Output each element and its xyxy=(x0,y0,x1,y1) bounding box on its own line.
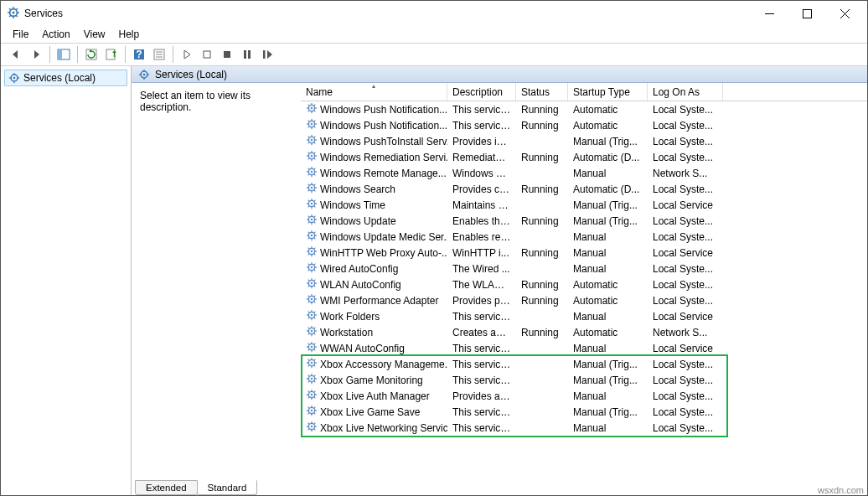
table-row[interactable]: WMI Performance AdapterProvides pe...Run… xyxy=(301,292,867,308)
svg-line-189 xyxy=(314,333,316,335)
tree-item-services-local[interactable]: Services (Local) xyxy=(4,70,127,86)
table-row[interactable]: Windows Remote Manage...Windows R...Manu… xyxy=(301,165,867,181)
services-icon xyxy=(8,7,19,21)
pause-service-button[interactable] xyxy=(237,45,257,64)
forward-button[interactable] xyxy=(26,45,46,64)
properties-button[interactable] xyxy=(149,45,169,64)
table-row[interactable]: Xbox Accessory Manageme...This service .… xyxy=(301,356,867,372)
table-row[interactable]: WorkstationCreates and...RunningAutomati… xyxy=(301,324,867,340)
table-row[interactable]: Xbox Live Networking ServiceThis service… xyxy=(301,420,867,436)
cell-name-text: Windows Time xyxy=(320,199,385,211)
svg-line-121 xyxy=(308,222,310,224)
svg-point-193 xyxy=(311,346,313,348)
service-gear-icon xyxy=(306,118,318,132)
column-header-status[interactable]: Status xyxy=(516,83,568,101)
table-row[interactable]: WinHTTP Web Proxy Auto-...WinHTTP i...Ru… xyxy=(301,245,867,261)
back-button[interactable] xyxy=(6,45,26,64)
column-header-startup-type[interactable]: Startup Type xyxy=(568,83,648,101)
cell-name: Windows Search xyxy=(301,182,447,196)
svg-line-108 xyxy=(308,200,310,202)
svg-line-78 xyxy=(308,152,310,154)
cell-logon: Local Syste... xyxy=(648,406,723,418)
titlebar: Services xyxy=(1,1,867,26)
cell-logon: Local Service xyxy=(648,311,723,323)
table-row[interactable]: Work FoldersThis service ...ManualLocal … xyxy=(301,308,867,324)
svg-line-218 xyxy=(308,375,310,377)
svg-line-169 xyxy=(314,302,316,303)
services-window: Services File Action View Help ? xyxy=(0,0,868,496)
svg-line-250 xyxy=(314,423,316,425)
maximize-button[interactable] xyxy=(788,2,826,25)
svg-line-48 xyxy=(308,105,310,106)
table-row[interactable]: Xbox Game MonitoringThis service ...Manu… xyxy=(301,372,867,388)
svg-line-171 xyxy=(308,302,310,303)
svg-line-170 xyxy=(314,296,316,297)
cell-description: Enables the ... xyxy=(447,215,516,227)
cell-startup: Automatic (D... xyxy=(568,152,648,163)
restart-service-button[interactable] xyxy=(257,45,277,64)
cell-startup: Automatic (D... xyxy=(568,183,648,195)
service-gear-icon xyxy=(306,150,318,164)
cell-name-text: Xbox Game Monitoring xyxy=(320,375,423,386)
svg-line-241 xyxy=(308,413,310,415)
table-row[interactable]: Windows Remediation Servi...Remediates .… xyxy=(301,149,867,165)
table-row[interactable]: Windows Update Medic Ser...Enables rem..… xyxy=(301,229,867,245)
menu-action[interactable]: Action xyxy=(35,27,76,42)
svg-line-210 xyxy=(314,359,316,361)
svg-line-198 xyxy=(308,344,310,345)
svg-line-80 xyxy=(314,152,316,154)
service-gear-icon xyxy=(306,309,318,323)
svg-point-243 xyxy=(311,426,313,427)
service-gear-icon xyxy=(306,102,318,116)
table-row[interactable]: Windows Push Notification...This service… xyxy=(301,117,867,133)
menubar: File Action View Help xyxy=(1,26,867,43)
table-row[interactable]: Xbox Live Game SaveThis service ...Manua… xyxy=(301,404,867,420)
tab-standard[interactable]: Standard xyxy=(197,480,258,495)
table-row[interactable]: Windows PushToInstall Serv...Provides in… xyxy=(301,133,867,149)
svg-line-141 xyxy=(308,254,310,256)
menu-file[interactable]: File xyxy=(6,27,35,42)
svg-line-51 xyxy=(308,111,310,112)
minimize-button[interactable] xyxy=(751,2,788,25)
svg-point-213 xyxy=(311,378,313,380)
show-hide-tree-button[interactable] xyxy=(54,45,74,64)
cell-name: Xbox Accessory Manageme... xyxy=(301,357,447,371)
cell-startup: Manual (Trig... xyxy=(568,406,648,418)
column-header-log-on-as[interactable]: Log On As xyxy=(648,83,723,101)
cell-name: Windows Update Medic Ser... xyxy=(301,230,447,244)
menu-help[interactable]: Help xyxy=(112,27,147,42)
column-header-description[interactable]: Description xyxy=(447,83,516,101)
svg-line-181 xyxy=(308,318,310,319)
svg-line-68 xyxy=(308,137,310,138)
table-row[interactable]: WLAN AutoConfigThe WLANS...RunningAutoma… xyxy=(301,276,867,292)
table-row[interactable]: WWAN AutoConfigThis service ...ManualLoc… xyxy=(301,340,867,356)
table-row[interactable]: Windows Push Notification...This service… xyxy=(301,101,867,117)
cell-name-text: Windows Remediation Servi... xyxy=(320,152,447,163)
cell-name-text: Wired AutoConfig xyxy=(320,263,398,275)
menu-view[interactable]: View xyxy=(77,27,112,42)
column-header-name[interactable]: ▴Name xyxy=(301,83,447,101)
stop2-button[interactable] xyxy=(217,45,237,64)
main-area: Services (Local) Services (Local) Select… xyxy=(1,66,867,495)
close-button[interactable] xyxy=(826,2,864,25)
service-gear-icon xyxy=(306,134,318,148)
export-list-button[interactable] xyxy=(101,45,121,64)
cell-name-text: Xbox Live Game Save xyxy=(320,406,420,418)
cell-name: Windows Update xyxy=(301,214,447,228)
start-service-button[interactable] xyxy=(177,45,197,64)
toolbar: ? xyxy=(1,43,867,66)
table-row[interactable]: Windows TimeMaintains d...Manual (Trig..… xyxy=(301,197,867,213)
svg-point-1 xyxy=(12,11,14,13)
table-row[interactable]: Windows UpdateEnables the ...RunningManu… xyxy=(301,213,867,229)
stop-service-button[interactable] xyxy=(197,45,217,64)
table-row[interactable]: Xbox Live Auth ManagerProvides au...Manu… xyxy=(301,388,867,404)
table-row[interactable]: Wired AutoConfigThe Wired ...ManualLocal… xyxy=(301,261,867,276)
table-body[interactable]: Windows Push Notification...This service… xyxy=(301,101,867,477)
refresh-button[interactable] xyxy=(81,45,101,64)
help-button[interactable]: ? xyxy=(129,45,149,64)
tab-extended[interactable]: Extended xyxy=(135,480,198,495)
svg-text:?: ? xyxy=(136,49,142,60)
table-row[interactable]: Windows SearchProvides co...RunningAutom… xyxy=(301,181,867,197)
column-label: Status xyxy=(521,86,550,98)
cell-name: Xbox Live Game Save xyxy=(301,405,447,419)
